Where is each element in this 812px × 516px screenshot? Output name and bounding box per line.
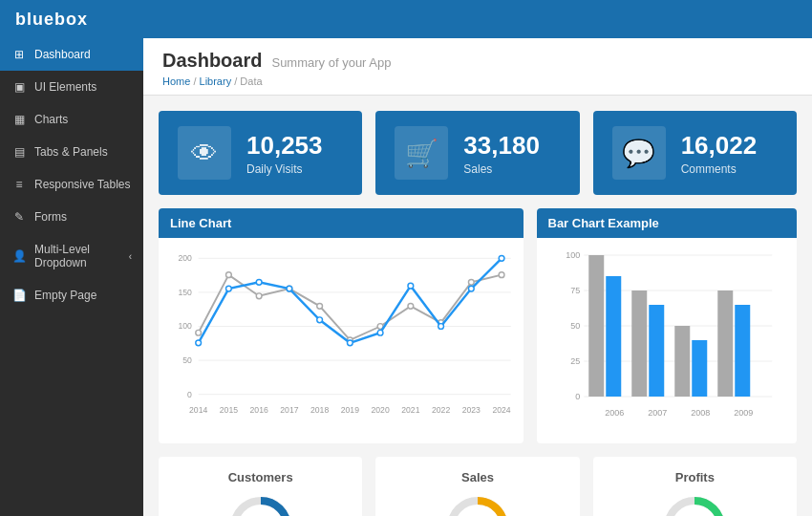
svg-point-41 xyxy=(468,286,474,291)
svg-rect-63 xyxy=(717,290,733,397)
sidebar-icon-5: ✎ xyxy=(11,210,27,224)
svg-text:2014: 2014 xyxy=(189,405,207,415)
breadcrumb: Home / Library / Data xyxy=(162,75,793,87)
svg-text:50: 50 xyxy=(182,355,192,365)
eye-icon: 👁 xyxy=(178,126,231,180)
svg-point-28 xyxy=(408,303,414,309)
comments-label: Comments xyxy=(681,162,758,176)
line-chart-title: Line Chart xyxy=(159,208,524,238)
svg-text:0: 0 xyxy=(575,392,580,401)
svg-point-25 xyxy=(317,303,323,309)
stat-card-sales: 🛒 33,180 Sales xyxy=(375,111,579,195)
svg-text:100: 100 xyxy=(566,250,580,260)
sidebar-label-5: Forms xyxy=(34,210,132,224)
svg-point-42 xyxy=(499,255,504,261)
customers-widget: Customers xyxy=(159,457,362,516)
customers-title: Customers xyxy=(172,470,349,484)
bar-chart-svg: 100 75 50 25 0 2006 2007 2008 2009 xyxy=(545,246,790,432)
svg-text:0: 0 xyxy=(187,390,192,399)
sidebar-label-7: Empty Page xyxy=(34,289,132,302)
main-layout: ⊞ Dashboard ▣ UI Elements ▦ Charts ▤ Tab… xyxy=(0,38,812,516)
svg-text:2022: 2022 xyxy=(432,405,450,415)
svg-text:100: 100 xyxy=(179,321,193,331)
page-title-area: Dashboard Summary of your App xyxy=(162,50,793,72)
sidebar-label-4: Responsive Tables xyxy=(34,178,132,191)
svg-text:2017: 2017 xyxy=(280,405,298,415)
svg-rect-60 xyxy=(649,305,664,397)
sidebar-label-0: Dashboard xyxy=(34,48,132,61)
svg-point-22 xyxy=(226,272,232,278)
sidebar-item-forms[interactable]: ✎ Forms xyxy=(0,201,143,233)
svg-rect-64 xyxy=(735,305,750,397)
sidebar-icon-7: 📄 xyxy=(11,289,27,302)
bar-chart-panel: Bar Chart Example 100 75 50 xyxy=(537,208,798,443)
cart-icon: 🛒 xyxy=(395,126,448,180)
sidebar-label-1: UI Elements xyxy=(34,80,132,94)
sales-widget: Sales xyxy=(375,457,579,516)
content-area: Dashboard Summary of your App Home / Lib… xyxy=(143,38,812,516)
svg-text:2019: 2019 xyxy=(341,405,359,415)
profits-donut xyxy=(607,494,783,516)
svg-text:2024: 2024 xyxy=(492,405,510,415)
svg-text:200: 200 xyxy=(179,253,193,263)
sales-value: 33,180 xyxy=(463,131,540,161)
svg-text:2008: 2008 xyxy=(691,408,710,418)
svg-text:2009: 2009 xyxy=(734,408,753,418)
svg-point-40 xyxy=(438,324,444,330)
sidebar-icon-2: ▦ xyxy=(11,113,27,126)
breadcrumb-home[interactable]: Home xyxy=(162,75,190,87)
line-chart-panel: Line Chart 200 150 100 xyxy=(159,208,524,443)
bar-chart-body: 100 75 50 25 0 2006 2007 2008 2009 xyxy=(537,238,798,443)
content-header: Dashboard Summary of your App Home / Lib… xyxy=(143,38,812,96)
breadcrumb-library[interactable]: Library xyxy=(200,75,232,87)
svg-text:2016: 2016 xyxy=(250,405,268,415)
comments-value: 16,022 xyxy=(681,131,758,161)
svg-text:2018: 2018 xyxy=(310,405,329,415)
sidebar-icon-3: ▤ xyxy=(11,145,27,159)
sidebar-item-empty-page[interactable]: 📄 Empty Page xyxy=(0,279,143,312)
topbar: bluebox xyxy=(0,0,812,38)
svg-point-35 xyxy=(287,286,292,291)
svg-point-38 xyxy=(377,330,383,335)
svg-point-39 xyxy=(408,283,414,289)
svg-text:2015: 2015 xyxy=(220,405,238,415)
content-body: 👁 10,253 Daily Visits 🛒 33,180 Sales 💬 xyxy=(143,96,812,516)
stat-cards: 👁 10,253 Daily Visits 🛒 33,180 Sales 💬 xyxy=(159,111,797,195)
svg-rect-62 xyxy=(692,340,707,397)
sidebar-item-charts[interactable]: ▦ Charts xyxy=(0,103,143,136)
svg-text:2007: 2007 xyxy=(648,408,667,418)
sidebar: ⊞ Dashboard ▣ UI Elements ▦ Charts ▤ Tab… xyxy=(0,38,143,516)
breadcrumb-current: Data xyxy=(240,75,262,87)
page-title: Dashboard xyxy=(162,50,262,72)
svg-point-31 xyxy=(499,272,504,278)
bottom-widgets-row: Customers Sales xyxy=(159,457,797,516)
svg-text:2020: 2020 xyxy=(371,405,389,415)
sidebar-item-responsive-tables[interactable]: ≡ Responsive Tables xyxy=(0,168,143,201)
sidebar-item-ui-elements[interactable]: ▣ UI Elements xyxy=(0,71,143,103)
svg-point-36 xyxy=(317,317,323,323)
svg-point-34 xyxy=(256,279,262,285)
svg-point-30 xyxy=(468,279,474,285)
line-chart-body: 200 150 100 50 0 2014 2015 2016 2017 201… xyxy=(159,238,524,443)
svg-text:2021: 2021 xyxy=(401,405,419,415)
sidebar-label-6: Multi-Level Dropdown xyxy=(34,243,121,269)
svg-text:25: 25 xyxy=(570,356,580,366)
sidebar-item-dashboard[interactable]: ⊞ Dashboard xyxy=(0,38,143,71)
line-chart-svg: 200 150 100 50 0 2014 2015 2016 2017 201… xyxy=(166,246,516,432)
sidebar-item-multi-level-dropdown[interactable]: 👤 Multi-Level Dropdown ‹ xyxy=(0,233,143,279)
profits-title: Profits xyxy=(607,470,783,484)
sidebar-icon-1: ▣ xyxy=(11,80,27,94)
charts-row: Line Chart 200 150 100 xyxy=(159,208,797,443)
svg-point-32 xyxy=(196,340,202,346)
comments-icon: 💬 xyxy=(612,126,666,180)
svg-text:2023: 2023 xyxy=(462,405,481,415)
svg-text:150: 150 xyxy=(179,288,193,297)
page-subtitle: Summary of your App xyxy=(271,55,391,70)
customers-donut xyxy=(172,494,349,516)
svg-point-33 xyxy=(226,286,232,291)
sidebar-icon-6: 👤 xyxy=(11,249,27,263)
daily-visits-value: 10,253 xyxy=(246,131,323,161)
sidebar-item-tabs-&-panels[interactable]: ▤ Tabs & Panels xyxy=(0,136,143,168)
svg-text:2006: 2006 xyxy=(605,408,624,418)
brand-logo: bluebox xyxy=(15,10,88,30)
